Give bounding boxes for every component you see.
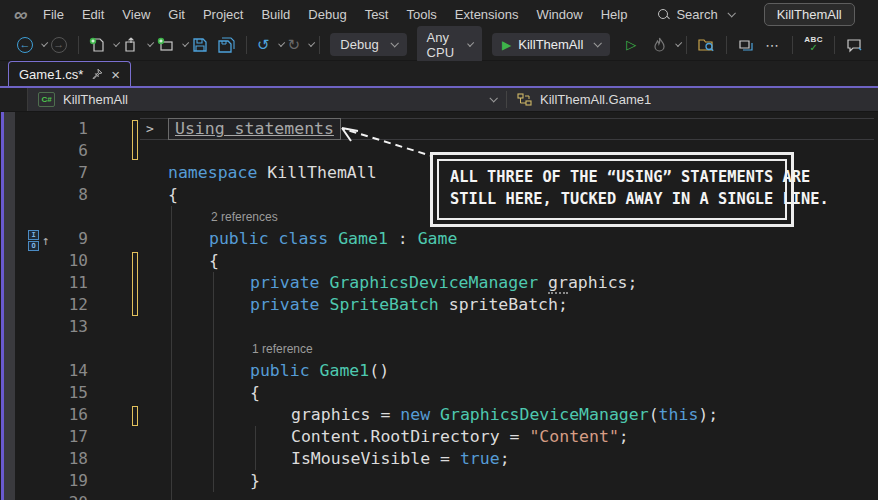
flame-icon: [652, 37, 667, 53]
code-line[interactable]: 1 reference: [0, 338, 878, 360]
start-without-debugging-button[interactable]: ▷: [616, 34, 646, 55]
code-token: Game: [418, 229, 458, 248]
menu-tools[interactable]: Tools: [397, 2, 445, 27]
menu-debug[interactable]: Debug: [299, 2, 355, 27]
code-token: public: [250, 361, 320, 380]
code-text: Content.RootDirectory = "Content";: [291, 426, 629, 448]
document-tab-strip: Game1.cs* ×: [0, 61, 878, 88]
new-project-button[interactable]: [85, 34, 109, 56]
code-line[interactable]: 9public class Game1 : Game: [0, 228, 878, 250]
forward-arrow-icon: →: [51, 37, 67, 53]
menu-build[interactable]: Build: [252, 2, 299, 27]
code-line[interactable]: 15{: [0, 382, 878, 404]
code-line[interactable]: 12private SpriteBatch spriteBatch;: [0, 294, 878, 316]
toolbar-separator: [726, 36, 727, 54]
visual-studio-logo-icon: ∞: [7, 5, 36, 24]
close-icon[interactable]: ×: [111, 67, 120, 82]
code-line[interactable]: 1Using statements: [0, 118, 878, 140]
code-line[interactable]: 16graphics = new GraphicsDeviceManager(t…: [0, 404, 878, 426]
line-number: 7: [0, 162, 88, 184]
code-token: (: [649, 405, 659, 424]
code-token: SpriteBatch: [329, 295, 438, 314]
configuration-dropdown[interactable]: Debug: [330, 33, 406, 56]
toolbar-overflow-button[interactable]: ⋯: [759, 37, 786, 53]
navigate-back-button[interactable]: ←: [13, 34, 37, 56]
code-text: Using statements: [168, 118, 341, 140]
code-text: {: [250, 382, 260, 404]
code-text: graphics = new GraphicsDeviceManager(thi…: [291, 404, 718, 426]
solution-badge[interactable]: KillThemAll: [764, 3, 855, 26]
line-number: 18: [0, 448, 88, 470]
feedback-button[interactable]: [842, 34, 867, 56]
code-line[interactable]: 20: [0, 492, 878, 500]
code-text: }: [250, 470, 260, 492]
code-line[interactable]: 13: [0, 316, 878, 338]
start-debugging-button[interactable]: ▶ KillThemAll: [492, 33, 610, 56]
redo-dropdown-chevron-icon[interactable]: [308, 39, 315, 46]
redo-icon: ↻: [287, 37, 300, 52]
navigate-forward-button[interactable]: →: [47, 34, 71, 56]
hot-reload-chevron-icon[interactable]: [675, 39, 682, 46]
code-line[interactable]: 10{: [0, 250, 878, 272]
menu-extensions[interactable]: Extensions: [446, 2, 528, 27]
live-share-button[interactable]: [733, 34, 758, 56]
code-token: KillThemAll: [257, 163, 376, 182]
vs-window: ∞ FileEditViewGitProjectBuildDebugTestTo…: [0, 0, 878, 500]
add-new-item-button[interactable]: [153, 34, 178, 56]
code-line[interactable]: 11private GraphicsDeviceManager graphics…: [0, 272, 878, 294]
open-file-button[interactable]: [119, 34, 143, 56]
pin-icon[interactable]: [91, 68, 103, 80]
code-token: {: [209, 251, 219, 270]
chevron-down-icon: [727, 9, 735, 17]
code-line[interactable]: 19}: [0, 470, 878, 492]
menu-window[interactable]: Window: [527, 2, 591, 27]
code-token: GraphicsDeviceManager: [440, 405, 649, 424]
platform-dropdown[interactable]: Any CPU: [417, 26, 482, 64]
save-button[interactable]: [188, 34, 212, 56]
menu-git[interactable]: Git: [159, 2, 194, 27]
code-token: {: [250, 383, 260, 402]
chevron-down-icon: [594, 39, 602, 47]
chevron-down-icon: [390, 39, 398, 47]
code-line[interactable]: 17Content.RootDirectory = "Content";: [0, 426, 878, 448]
folder-search-icon: [698, 37, 715, 53]
spell-checker-button[interactable]: ABC ✓: [800, 36, 827, 53]
search-label: Search: [676, 7, 717, 22]
project-dropdown[interactable]: C# KillThemAll: [28, 88, 506, 111]
play-outline-icon: ▷: [620, 37, 642, 52]
type-path: KillThemAll.Game1: [540, 92, 651, 107]
code-editor[interactable]: > I O ↑ 1Using statements67namespace Kil…: [0, 112, 878, 500]
menu-test[interactable]: Test: [356, 2, 398, 27]
save-all-icon: [218, 37, 235, 53]
menu-project[interactable]: Project: [194, 2, 252, 27]
menu-help[interactable]: Help: [592, 2, 637, 27]
undo-button[interactable]: ↺: [253, 34, 274, 55]
hot-reload-button[interactable]: [648, 34, 671, 56]
code-token: namespace: [168, 163, 257, 182]
toolbar-separator: [834, 36, 835, 54]
redo-button[interactable]: ↻: [283, 34, 304, 55]
codelens-references[interactable]: 2 references: [211, 206, 278, 228]
menu-bar: FileEditViewGitProjectBuildDebugTestTool…: [34, 2, 636, 27]
save-all-button[interactable]: [214, 34, 239, 56]
code-text: public class Game1 : Game: [209, 228, 457, 250]
tab-label: Game1.cs*: [19, 67, 83, 82]
collapsed-region[interactable]: Using statements: [168, 118, 341, 140]
startup-project-label: KillThemAll: [518, 37, 583, 52]
code-token: private: [250, 273, 329, 292]
code-text: private SpriteBatch spriteBatch;: [250, 294, 568, 316]
tab-game1-cs[interactable]: Game1.cs* ×: [8, 61, 131, 86]
menu-file[interactable]: File: [34, 2, 73, 27]
code-token: Content.RootDirectory =: [291, 427, 529, 446]
configuration-value: Debug: [340, 37, 378, 52]
code-line[interactable]: 18IsMouseVisible = true;: [0, 448, 878, 470]
menu-view[interactable]: View: [113, 2, 159, 27]
menu-edit[interactable]: Edit: [73, 2, 113, 27]
line-number: 1: [0, 118, 88, 140]
find-in-files-button[interactable]: [694, 34, 719, 56]
codelens-references[interactable]: 1 reference: [252, 338, 313, 360]
type-dropdown[interactable]: KillThemAll.Game1: [507, 88, 661, 111]
code-line[interactable]: 14public Game1(): [0, 360, 878, 382]
search-control[interactable]: Search: [650, 3, 741, 26]
line-number: 9: [0, 228, 88, 250]
